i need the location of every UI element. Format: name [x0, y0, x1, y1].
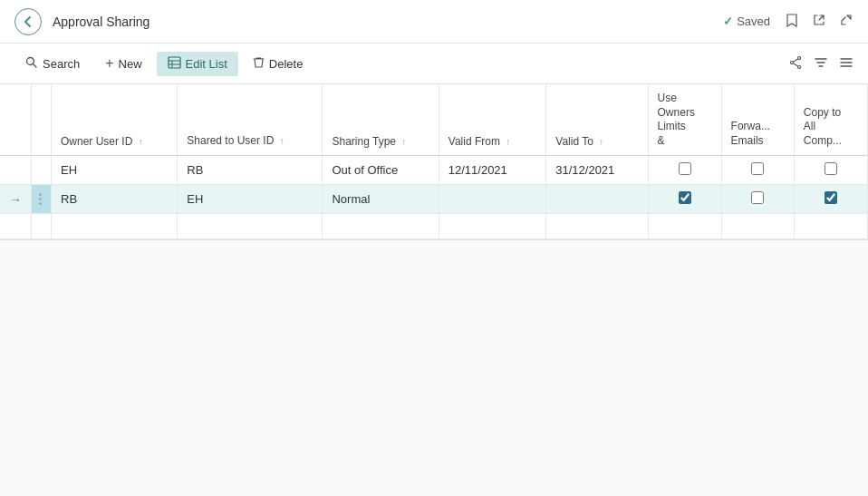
row-2-use-owners-checkbox[interactable]	[679, 191, 691, 204]
table-empty-row	[0, 214, 868, 239]
row-2-shared-to-user-id[interactable]: EH	[178, 185, 323, 214]
header-left: Approval Sharing	[14, 8, 149, 35]
svg-point-7	[798, 65, 801, 68]
col-forward-emails: Forwa...Emails	[721, 84, 794, 156]
filter-icon[interactable]	[814, 55, 828, 73]
row-1-copy-to-all[interactable]	[794, 156, 867, 185]
header-right: ✓ Saved	[723, 13, 854, 30]
new-label: New	[119, 57, 142, 71]
toolbar-buttons: Search + New Edit List	[14, 51, 313, 76]
svg-point-6	[798, 56, 801, 59]
row-2-valid-from[interactable]	[439, 185, 546, 214]
row-1-owner-user-id[interactable]: EH	[52, 156, 178, 185]
row-2-valid-to[interactable]	[546, 185, 648, 214]
saved-indicator: ✓ Saved	[723, 15, 770, 28]
svg-line-9	[793, 59, 797, 62]
row-arrow-icon: →	[9, 192, 22, 207]
search-label: Search	[43, 57, 80, 71]
sort-arrow-from: ↑	[506, 137, 510, 147]
bookmark-icon[interactable]	[785, 13, 799, 30]
row-2-copy-to-all[interactable]	[794, 185, 867, 214]
col-shared-to-user-id: Shared to User ID ↑	[178, 84, 323, 156]
row-1-indicator	[0, 156, 32, 185]
col-copy-to-all: Copy toAllComp...	[794, 84, 867, 156]
delete-label: Delete	[269, 57, 304, 71]
col-valid-from: Valid From ↑	[439, 84, 546, 156]
search-button[interactable]: Search	[14, 52, 91, 76]
row-1-use-owners-checkbox[interactable]	[679, 162, 691, 175]
toolbar: Search + New Edit List	[0, 44, 868, 84]
col-drag	[32, 84, 52, 156]
row-2-sharing-type[interactable]: Normal	[323, 185, 439, 214]
col-indicator	[0, 84, 32, 156]
back-button[interactable]	[14, 8, 42, 35]
edit-list-label: Edit List	[186, 57, 227, 71]
plus-icon: +	[105, 55, 113, 72]
sort-arrow-shared: ↑	[280, 136, 285, 146]
toolbar-right-icons	[788, 55, 854, 73]
row-2-indicator: →	[0, 185, 32, 214]
row-1-forward-emails[interactable]	[721, 156, 794, 185]
svg-point-8	[791, 61, 794, 63]
table-header-row: Owner User ID ↑ Shared to User ID ↑ Shar…	[0, 84, 868, 156]
header: Approval Sharing ✓ Saved	[0, 0, 868, 44]
row-2-forward-emails[interactable]	[721, 185, 794, 214]
row-2-use-owners-limits[interactable]	[648, 185, 721, 214]
new-button[interactable]: + New	[94, 51, 152, 76]
check-icon: ✓	[723, 15, 733, 28]
menu-lines-icon[interactable]	[839, 55, 854, 73]
row-2-owner-user-id[interactable]: RB	[52, 185, 178, 214]
row-1-sharing-type[interactable]: Out of Office	[323, 156, 439, 185]
header-icons	[785, 13, 854, 30]
svg-line-10	[793, 63, 797, 65]
sort-arrow-type: ↑	[401, 137, 406, 147]
table-row: → RB EH Normal	[0, 185, 868, 214]
col-valid-to: Valid To ↑	[546, 84, 648, 156]
row-2-drag[interactable]	[32, 185, 52, 214]
search-icon	[25, 56, 38, 72]
delete-icon	[253, 56, 265, 72]
saved-label-text: Saved	[737, 15, 770, 28]
svg-line-1	[34, 63, 37, 67]
approval-sharing-table: Owner User ID ↑ Shared to User ID ↑ Shar…	[0, 84, 868, 239]
row-1-drag	[32, 156, 52, 185]
page-title: Approval Sharing	[53, 15, 149, 29]
row-1-use-owners-limits[interactable]	[648, 156, 721, 185]
edit-list-icon	[168, 56, 181, 72]
app-shell: Approval Sharing ✓ Saved	[0, 0, 868, 496]
col-sharing-type: Sharing Type ↑	[323, 84, 439, 156]
row-1-valid-to[interactable]: 31/12/2021	[546, 156, 648, 185]
table-row: EH RB Out of Office 12/11/2021 31/12/202…	[0, 156, 868, 185]
svg-rect-2	[169, 57, 180, 68]
table-container: Owner User ID ↑ Shared to User ID ↑ Shar…	[0, 84, 868, 240]
open-in-new-icon[interactable]	[812, 13, 826, 30]
row-1-forward-emails-checkbox[interactable]	[751, 162, 764, 175]
share-icon[interactable]	[788, 55, 803, 73]
row-1-shared-to-user-id[interactable]: RB	[178, 156, 323, 185]
back-arrow-icon	[22, 15, 34, 28]
expand-icon[interactable]	[839, 13, 854, 30]
row-2-copy-to-all-checkbox[interactable]	[825, 191, 837, 204]
row-1-copy-to-all-checkbox[interactable]	[825, 162, 837, 175]
delete-button[interactable]: Delete	[242, 52, 314, 76]
col-use-owners-limits: UseOwnersLimits&	[648, 84, 721, 156]
col-owner-user-id: Owner User ID ↑	[52, 84, 178, 156]
sort-arrow-owner: ↑	[139, 137, 143, 147]
sort-arrow-to: ↑	[599, 137, 603, 147]
row-1-valid-from[interactable]: 12/11/2021	[439, 156, 546, 185]
content-area: Owner User ID ↑ Shared to User ID ↑ Shar…	[0, 84, 868, 496]
drag-handle-icon[interactable]	[35, 191, 47, 207]
row-2-forward-emails-checkbox[interactable]	[751, 191, 764, 204]
edit-list-button[interactable]: Edit List	[157, 52, 238, 76]
